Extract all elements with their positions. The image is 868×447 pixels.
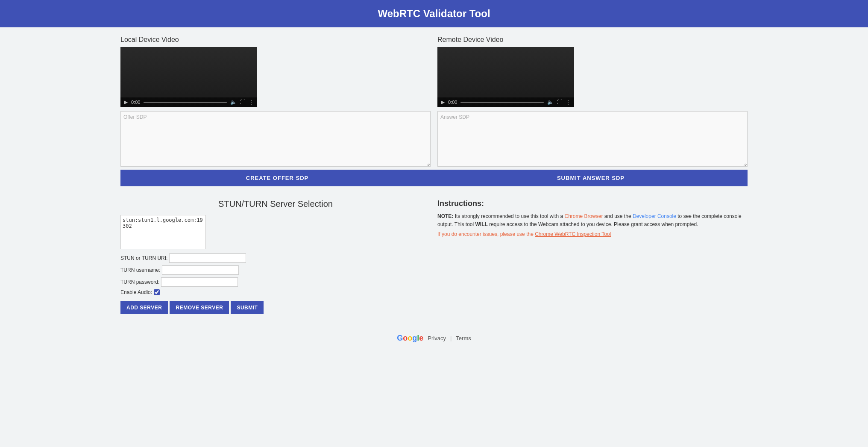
enable-audio-row: Enable Audio:	[120, 289, 431, 295]
remove-server-button[interactable]: REMOVE SERVER	[170, 301, 229, 314]
remote-play-icon[interactable]: ▶	[441, 99, 445, 105]
answer-sdp-input[interactable]	[437, 111, 748, 167]
answer-sdp-section	[437, 111, 748, 168]
remote-volume-icon[interactable]: 🔈	[547, 99, 554, 105]
remote-progress-track	[460, 102, 544, 103]
chrome-browser-link[interactable]: Chrome Browser	[564, 213, 603, 219]
remote-video-label: Remote Device Video	[437, 36, 748, 44]
turn-password-input[interactable]	[161, 277, 238, 287]
local-volume-icon[interactable]: 🔈	[230, 99, 237, 105]
local-fullscreen-icon[interactable]: ⛶	[240, 99, 245, 105]
will-bold: WILL	[475, 221, 488, 227]
offer-sdp-input[interactable]	[120, 111, 431, 167]
privacy-link[interactable]: Privacy	[428, 335, 446, 341]
google-logo: Google	[397, 334, 423, 343]
inspection-note: If you do encounter issues, please use t…	[437, 231, 748, 237]
turn-username-input[interactable]	[162, 265, 239, 275]
note-text2: and use the	[603, 213, 633, 219]
add-server-button[interactable]: ADD SERVER	[120, 301, 168, 314]
turn-uri-row: STUN or TURN URI:	[120, 253, 431, 263]
remote-fullscreen-icon[interactable]: ⛶	[557, 99, 562, 105]
remote-video-section: Remote Device Video ▶ 0:00 🔈 ⛶ ⋮	[437, 34, 748, 170]
local-play-icon[interactable]: ▶	[124, 99, 128, 105]
instructions-section: Instructions: NOTE: Its strongly recomme…	[437, 195, 748, 318]
remote-more-icon[interactable]: ⋮	[566, 99, 571, 105]
instructions-title: Instructions:	[437, 199, 748, 208]
dev-console-link[interactable]: Developer Console	[633, 213, 676, 219]
note-bold: NOTE:	[437, 213, 453, 219]
turn-password-label: TURN password:	[120, 279, 159, 285]
submit-answer-button[interactable]: SUBMIT ANSWER SDP	[434, 170, 748, 186]
turn-password-row: TURN password:	[120, 277, 431, 287]
remote-video-player[interactable]: ▶ 0:00 🔈 ⛶ ⋮	[437, 47, 574, 107]
turn-username-row: TURN username:	[120, 265, 431, 275]
local-video-section: Local Device Video ▶ 0:00 🔈 ⛶ ⋮	[120, 34, 431, 170]
offer-sdp-section	[120, 111, 431, 168]
page-title: WebRTC Validator Tool	[378, 8, 490, 19]
enable-audio-checkbox[interactable]	[154, 289, 160, 295]
stun-title: STUN/TURN Server Selection	[120, 199, 431, 209]
stun-section: STUN/TURN Server Selection stun:stun1.l.…	[120, 195, 431, 318]
terms-link[interactable]: Terms	[456, 335, 471, 341]
local-video-time: 0:00	[131, 100, 140, 105]
local-video-label: Local Device Video	[120, 36, 431, 44]
inspection-note-text: If you do encounter issues, please use t…	[437, 231, 535, 237]
remote-video-time: 0:00	[448, 100, 457, 105]
note-text1: Its strongly recommended to use this too…	[453, 213, 564, 219]
instructions-body: NOTE: Its strongly recommended to use th…	[437, 212, 748, 229]
turn-uri-input[interactable]	[169, 253, 246, 263]
server-list[interactable]: stun:stun1.l.google.com:19302	[120, 215, 206, 249]
local-video-player[interactable]: ▶ 0:00 🔈 ⛶ ⋮	[120, 47, 257, 107]
footer: Google Privacy | Terms	[0, 325, 868, 351]
turn-uri-label: STUN or TURN URI:	[120, 255, 167, 261]
local-more-icon[interactable]: ⋮	[249, 99, 254, 105]
enable-audio-label: Enable Audio:	[120, 289, 152, 295]
inspection-link[interactable]: Chrome WebRTC Inspection Tool	[535, 231, 611, 237]
create-offer-button[interactable]: CREATE OFFER SDP	[120, 170, 434, 186]
submit-stun-button[interactable]: SUBMIT	[231, 301, 264, 314]
footer-separator: |	[450, 335, 452, 341]
local-progress-track	[144, 102, 227, 103]
note-text4: require access to the Webcam attached to…	[488, 221, 698, 227]
turn-username-label: TURN username:	[120, 267, 160, 273]
stun-buttons-group: ADD SERVER REMOVE SERVER SUBMIT	[120, 301, 431, 314]
page-header: WebRTC Validator Tool	[0, 0, 868, 27]
